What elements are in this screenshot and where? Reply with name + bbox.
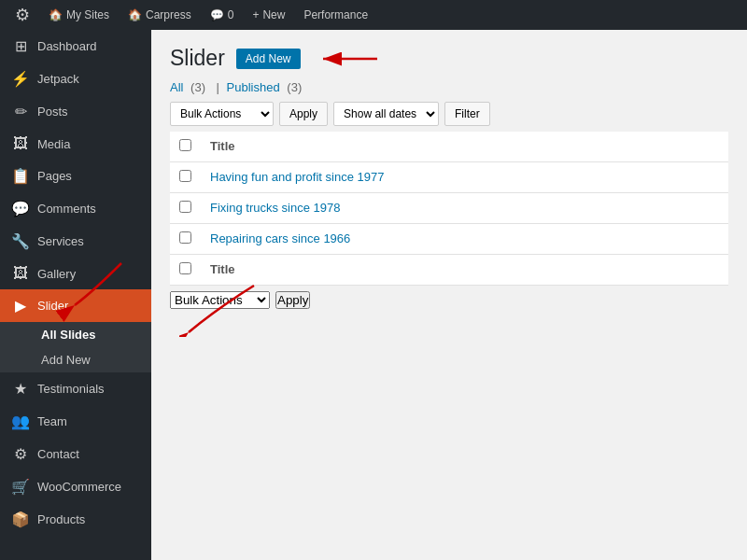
sidebar-item-jetpack[interactable]: ⚡ Jetpack — [0, 63, 151, 95]
contact-icon: ⚙ — [11, 445, 30, 463]
sidebar-item-services[interactable]: 🔧 Services — [0, 225, 151, 258]
row-checkbox-cell — [170, 223, 201, 254]
new-item[interactable]: + New — [245, 0, 292, 30]
row-checkbox-cell — [170, 161, 201, 192]
sidebar-label-jetpack: Jetpack — [37, 72, 79, 86]
sidebar-item-slider[interactable]: ▶ Slider — [0, 289, 151, 322]
sidebar-label-posts: Posts — [37, 105, 68, 119]
filter-published-count: (3) — [287, 80, 302, 94]
header-title-label: Title — [210, 139, 235, 153]
new-label: New — [262, 8, 285, 21]
sidebar-item-comments[interactable]: 💬 Comments — [0, 192, 151, 225]
post-title-link[interactable]: Repairing cars since 1966 — [210, 231, 350, 245]
media-icon: 🖼 — [11, 135, 30, 152]
sidebar-item-team[interactable]: 👥 Team — [0, 405, 151, 438]
my-sites-item[interactable]: 🏠 My Sites — [41, 0, 117, 30]
table-row: Repairing cars since 1966 — [170, 223, 728, 254]
slider-icon: ▶ — [11, 297, 30, 315]
carpress-item[interactable]: 🏠 Carpress — [120, 0, 199, 30]
page-title: Slider — [170, 45, 225, 73]
sidebar-label-pages: Pages — [37, 169, 72, 183]
carpress-home-icon: 🏠 — [128, 8, 142, 21]
sidebar-item-posts[interactable]: ✏ Posts — [0, 95, 151, 128]
wp-logo-item[interactable]: ⚙ — [7, 0, 37, 30]
sidebar-label-comments: Comments — [37, 202, 96, 216]
sidebar-submenu-add-new[interactable]: Add New — [0, 347, 151, 372]
add-new-button[interactable]: Add New — [236, 49, 301, 69]
wp-icon: ⚙ — [15, 5, 30, 25]
bottom-arrow-container — [170, 300, 728, 337]
comments-icon: 💬 — [11, 200, 30, 217]
row-checkbox[interactable] — [179, 201, 191, 213]
sidebar-item-testimonials[interactable]: ★ Testimonials — [0, 372, 151, 405]
woocommerce-icon: 🛒 — [11, 478, 30, 496]
row-checkbox[interactable] — [179, 170, 191, 182]
bulk-actions-select-top[interactable]: Bulk Actions Edit Move to Trash — [170, 102, 274, 126]
footer-title-cell: Title — [201, 254, 728, 285]
performance-label: Performance — [303, 8, 368, 21]
sidebar-item-woocommerce[interactable]: 🛒 WooCommerce — [0, 470, 151, 503]
jetpack-icon: ⚡ — [11, 70, 30, 88]
table-row: Having fun and profit since 1977 — [170, 161, 728, 192]
gallery-icon: 🖼 — [11, 265, 30, 282]
comments-count: 0 — [228, 8, 234, 21]
header-title-cell: Title — [201, 132, 728, 162]
apply-button-top[interactable]: Apply — [279, 102, 328, 126]
dashboard-icon: ⊞ — [11, 37, 30, 55]
row-title-cell: Having fun and profit since 1977 — [201, 161, 728, 192]
filter-button[interactable]: Filter — [444, 102, 490, 126]
select-all-checkbox-bottom[interactable] — [179, 262, 191, 274]
sidebar-label-media: Media — [37, 137, 70, 151]
footer-title-label: Title — [210, 262, 235, 276]
my-sites-label: My Sites — [66, 8, 109, 21]
page-header: Slider Add New — [170, 45, 728, 73]
home-icon: 🏠 — [49, 8, 63, 21]
posts-icon: ✏ — [11, 103, 30, 120]
admin-bar: ⚙ 🏠 My Sites 🏠 Carpress 💬 0 + New Perfor… — [0, 0, 747, 30]
services-icon: 🔧 — [11, 232, 30, 250]
post-title-link[interactable]: Having fun and profit since 1977 — [210, 170, 384, 184]
comment-icon: 💬 — [210, 8, 224, 21]
filter-all-count: (3) — [190, 80, 205, 94]
sidebar-label-products: Products — [37, 512, 85, 526]
sidebar-label-gallery: Gallery — [37, 267, 76, 281]
sidebar-label-team: Team — [37, 414, 67, 428]
row-title-cell: Fixing trucks since 1978 — [201, 192, 728, 223]
select-all-checkbox-top[interactable] — [179, 139, 191, 151]
sidebar-item-contact[interactable]: ⚙ Contact — [0, 438, 151, 470]
sidebar-item-media[interactable]: 🖼 Media — [0, 128, 151, 160]
header-checkbox-cell — [170, 132, 201, 162]
performance-item[interactable]: Performance — [296, 0, 375, 30]
top-toolbar: Bulk Actions Edit Move to Trash Apply Sh… — [170, 102, 728, 126]
products-icon: 📦 — [11, 511, 30, 528]
table-row: Fixing trucks since 1978 — [170, 192, 728, 223]
sidebar-item-gallery[interactable]: 🖼 Gallery — [0, 258, 151, 289]
filter-all-link[interactable]: All — [170, 80, 183, 94]
pages-icon: 📋 — [11, 167, 30, 185]
main-content: Slider Add New All (3) | Published (3) — [151, 30, 747, 560]
sidebar-item-dashboard[interactable]: ⊞ Dashboard — [0, 30, 151, 63]
sidebar-submenu-all-slides[interactable]: All Slides — [0, 322, 151, 347]
sidebar-label-contact: Contact — [37, 447, 79, 461]
posts-table: Title Having fun and profit since 1977 F… — [170, 132, 728, 286]
filter-links: All (3) | Published (3) — [170, 80, 728, 94]
filter-published-link[interactable]: Published — [227, 80, 280, 94]
sidebar-item-products[interactable]: 📦 Products — [0, 503, 151, 536]
sidebar-label-testimonials: Testimonials — [37, 382, 105, 396]
filter-separator: | — [217, 80, 223, 94]
sidebar-label-slider: Slider — [37, 299, 68, 313]
sidebar: ⊞ Dashboard ⚡ Jetpack ✏ Posts 🖼 Media 📋 … — [0, 30, 151, 560]
sidebar-label-woocommerce: WooCommerce — [37, 480, 121, 494]
sidebar-item-pages[interactable]: 📋 Pages — [0, 160, 151, 192]
plus-icon: + — [252, 8, 259, 21]
slider-submenu: All Slides Add New — [0, 322, 151, 372]
carpress-label: Carpress — [146, 8, 191, 21]
row-checkbox[interactable] — [179, 231, 191, 244]
show-all-dates-select[interactable]: Show all dates — [333, 102, 439, 126]
post-title-link[interactable]: Fixing trucks since 1978 — [210, 201, 340, 215]
arrow-annotation-top — [314, 47, 379, 71]
sidebar-label-dashboard: Dashboard — [37, 39, 97, 53]
row-checkbox-cell — [170, 192, 201, 223]
team-icon: 👥 — [11, 413, 30, 430]
comments-bar-item[interactable]: 💬 0 — [203, 0, 242, 30]
